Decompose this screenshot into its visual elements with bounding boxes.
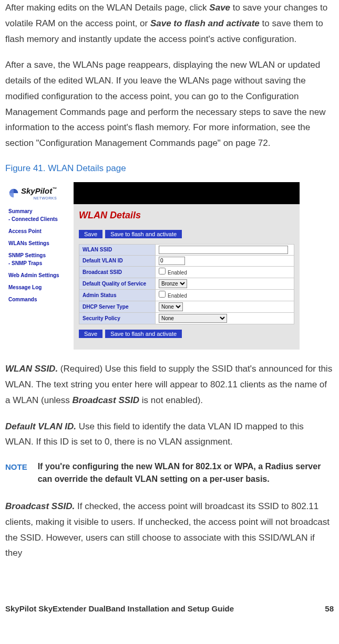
skypilot-icon (8, 188, 19, 198)
sidebar-nav: Summary - Connected Clients Access Point… (5, 204, 74, 350)
term-broadcast-ssid: Broadcast SSID. (5, 501, 75, 511)
nav-connected-clients[interactable]: - Connected Clients (8, 215, 70, 223)
label-enabled-2: Enabled (168, 293, 187, 299)
select-default-qos[interactable]: Bronze (159, 279, 187, 288)
save-flash-button-bottom[interactable]: Save to flash and activate (105, 330, 182, 338)
logo-subtext: NETWORKS (21, 196, 57, 202)
page-footer: SkyPilot SkyExtender DualBand Installati… (5, 603, 334, 615)
text: After making edits on the WLAN Details p… (5, 3, 209, 13)
nav-snmp-settings[interactable]: SNMP Settings (8, 251, 70, 259)
nav-summary[interactable]: Summary (8, 207, 70, 215)
term-wlan-ssid: WLAN SSID. (5, 364, 58, 374)
label-default-vlan: Default VLAN ID (79, 255, 156, 266)
save-flash-button-top[interactable]: Save to flash and activate (105, 230, 182, 238)
input-wlan-ssid[interactable] (159, 246, 288, 254)
label-broadcast-ssid: Broadcast SSID (79, 266, 156, 278)
label-security-policy: Security Policy (79, 312, 156, 324)
save-button-bottom[interactable]: Save (79, 330, 102, 338)
paragraph-after-save: After a save, the WLANs page reappears, … (5, 57, 334, 151)
main-panel: WLAN Details Save Save to flash and acti… (74, 204, 300, 350)
logo-text: SkyPilot™ (21, 186, 57, 195)
label-admin-status: Admin Status (79, 289, 156, 301)
keyword-save-flash: Save to flash and activate (150, 18, 260, 28)
select-security-policy[interactable]: None (159, 314, 227, 323)
nav-wlans-settings[interactable]: WLANs Settings (8, 239, 70, 247)
header-black-bar (74, 182, 300, 204)
term-default-vlan: Default VLAN ID. (5, 421, 76, 431)
note-body: If you're configuring the new WLAN for 8… (38, 460, 334, 485)
keyword-save: Save (209, 3, 230, 13)
note-block: NOTE If you're configuring the new WLAN … (5, 460, 334, 485)
logo-area: SkyPilot™ NETWORKS (5, 182, 74, 204)
field-desc-wlan-ssid: WLAN SSID. (Required) Use this field to … (5, 361, 334, 408)
footer-page-number: 58 (325, 603, 334, 615)
nav-message-log[interactable]: Message Log (8, 283, 70, 291)
nav-web-admin[interactable]: Web Admin Settings (8, 271, 70, 279)
label-default-qos: Default Quality of Service (79, 278, 156, 289)
figure-caption: Figure 41. WLAN Details page (5, 162, 334, 175)
field-desc-broadcast-ssid: Broadcast SSID. If checked, the access p… (5, 499, 334, 561)
label-dhcp-type: DHCP Server Type (79, 301, 156, 312)
input-default-vlan[interactable] (159, 257, 185, 265)
footer-title: SkyPilot SkyExtender DualBand Installati… (5, 603, 234, 615)
label-enabled: Enabled (168, 270, 187, 276)
wlan-details-screenshot: SkyPilot™ NETWORKS Summary - Connected C… (5, 182, 300, 350)
button-row-top: Save Save to flash and activate (79, 230, 294, 239)
paragraph-intro-save: After making edits on the WLAN Details p… (5, 0, 334, 47)
button-row-bottom: Save Save to flash and activate (79, 330, 294, 339)
nav-commands[interactable]: Commands (8, 295, 70, 303)
label-wlan-ssid: WLAN SSID (79, 244, 156, 255)
panel-title: WLAN Details (79, 208, 294, 223)
select-dhcp-type[interactable]: None (159, 302, 183, 311)
field-desc-default-vlan: Default VLAN ID. Use this field to ident… (5, 419, 334, 450)
text: is not enabled). (139, 395, 203, 405)
nav-snmp-traps[interactable]: - SNMP Traps (8, 259, 70, 267)
nav-access-point[interactable]: Access Point (8, 227, 70, 235)
checkbox-admin-status[interactable] (159, 291, 166, 298)
note-label: NOTE (5, 460, 27, 485)
wlan-form-table: WLAN SSID Default VLAN ID Broadcast SSID… (79, 244, 294, 324)
save-button-top[interactable]: Save (79, 230, 102, 238)
term-broadcast-ssid-inline: Broadcast SSID (73, 395, 140, 405)
checkbox-broadcast-ssid[interactable] (159, 268, 166, 275)
